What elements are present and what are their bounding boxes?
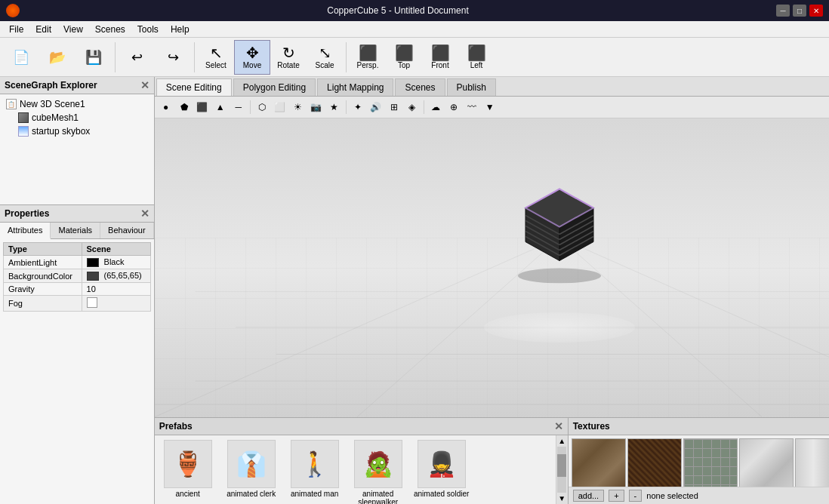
ambient-color-swatch[interactable] bbox=[87, 258, 99, 267]
vp-btn-terrain[interactable]: ⬡ bbox=[254, 99, 270, 115]
vp-btn-water[interactable]: 〰 bbox=[464, 99, 480, 115]
new-button[interactable]: 📄 bbox=[3, 40, 39, 75]
vp-btn-model[interactable]: ⊕ bbox=[445, 99, 462, 115]
rotate-label: Rotate bbox=[277, 61, 299, 69]
prefab-sleepwalker-label: animated sleepwalker bbox=[350, 490, 407, 504]
left-label: Left bbox=[470, 61, 483, 69]
redo-button[interactable]: ↪ bbox=[155, 40, 191, 75]
top-view-button[interactable]: ⬛ Top bbox=[386, 40, 422, 75]
vp-btn-plane[interactable]: ─ bbox=[230, 99, 247, 115]
textures-grid bbox=[569, 435, 829, 487]
maximize-button[interactable]: □ bbox=[793, 5, 806, 17]
view-toolbar-group: ⬛ Persp. ⬛ Top ⬛ Front ⬛ Left bbox=[350, 40, 495, 75]
undo-button[interactable]: ↩ bbox=[119, 40, 155, 75]
tab-light-mapping[interactable]: Light Mapping bbox=[317, 78, 393, 96]
scene-cube[interactable] bbox=[507, 178, 612, 286]
prefabs-scroll-down[interactable]: ▼ bbox=[556, 493, 567, 504]
menu-file[interactable]: File bbox=[3, 23, 29, 36]
title-bar: CopperCube 5 - Untitled Document ─ □ ✕ bbox=[0, 0, 829, 21]
vp-btn-more[interactable]: ▼ bbox=[482, 99, 498, 115]
col-scene: Scene bbox=[82, 243, 150, 256]
vp-btn-light[interactable]: ☀ bbox=[290, 99, 307, 115]
vp-btn-cone[interactable]: ▲ bbox=[212, 99, 229, 115]
textures-title: Textures bbox=[573, 421, 610, 432]
texture-3[interactable] bbox=[739, 438, 794, 487]
vp-btn-overlay[interactable]: ◈ bbox=[404, 99, 421, 115]
vp-btn-skybox[interactable]: ☁ bbox=[427, 99, 444, 115]
textures-minus-button[interactable]: - bbox=[629, 490, 643, 502]
vp-btn-camera[interactable]: 📷 bbox=[308, 99, 325, 115]
texture-2[interactable] bbox=[683, 438, 738, 487]
textures-plus-button[interactable]: + bbox=[609, 490, 624, 502]
vp-btn-trigger[interactable]: ⊞ bbox=[386, 99, 402, 115]
vp-btn-diamond[interactable]: ⬟ bbox=[176, 99, 193, 115]
scene-graph-close-button[interactable]: ✕ bbox=[140, 79, 149, 91]
toolbar-sep-2 bbox=[194, 42, 195, 72]
tree-item-skybox[interactable]: startup skybox bbox=[3, 124, 151, 138]
menu-bar: FileEditViewScenesToolsHelp bbox=[0, 21, 829, 38]
persp-label: Persp. bbox=[357, 61, 379, 69]
tree-item-scene[interactable]: 📋 New 3D Scene1 bbox=[3, 97, 151, 111]
scene-tree: 📋 New 3D Scene1 cubeMesh1 startup skybox bbox=[0, 94, 154, 141]
properties-header: Properties ✕ bbox=[0, 205, 154, 223]
prop-value-bgcolor: (65,65,65) bbox=[82, 269, 150, 283]
persp-view-button[interactable]: ⬛ Persp. bbox=[350, 40, 386, 75]
tab-materials[interactable]: Materials bbox=[51, 223, 100, 238]
tab-attributes[interactable]: Attributes bbox=[0, 223, 51, 239]
prop-value-fog bbox=[82, 296, 150, 312]
tab-scenes[interactable]: Scenes bbox=[395, 78, 445, 96]
properties-table: Type Scene AmbientLight Black bbox=[3, 242, 151, 312]
scene-doc-icon: 📋 bbox=[6, 99, 17, 109]
tab-publish[interactable]: Publish bbox=[447, 78, 496, 96]
fog-checkbox[interactable] bbox=[87, 297, 97, 308]
prefabs-scroll-thumb[interactable] bbox=[557, 454, 566, 477]
prefabs-scroll-up[interactable]: ▲ bbox=[556, 435, 567, 447]
tab-polygon-editing[interactable]: Polygon Editing bbox=[233, 78, 316, 96]
vp-btn-waypoint[interactable]: ★ bbox=[326, 99, 343, 115]
rotate-tool-button[interactable]: ↻ Rotate bbox=[270, 40, 307, 75]
properties-close-button[interactable]: ✕ bbox=[140, 207, 149, 220]
skybox-icon bbox=[18, 126, 29, 137]
texture-1[interactable] bbox=[627, 438, 682, 487]
close-button[interactable]: ✕ bbox=[809, 5, 823, 17]
tab-behaviour[interactable]: Behaviour bbox=[100, 223, 154, 238]
save-button[interactable]: 💾 bbox=[76, 40, 112, 75]
textures-add-button[interactable]: add... bbox=[573, 490, 605, 502]
prop-value-gravity[interactable]: 10 bbox=[82, 283, 150, 296]
menu-tools[interactable]: Tools bbox=[131, 23, 165, 36]
prefabs-scroll-track[interactable] bbox=[557, 447, 566, 493]
prefabs-close-button[interactable]: ✕ bbox=[554, 420, 563, 432]
prefab-ancient[interactable]: 🏺 ancient bbox=[158, 438, 218, 499]
menu-edit[interactable]: Edit bbox=[29, 23, 57, 36]
bgcolor-color-swatch[interactable] bbox=[87, 272, 99, 281]
menu-help[interactable]: Help bbox=[165, 23, 196, 36]
menu-scenes[interactable]: Scenes bbox=[89, 23, 131, 36]
prefab-man[interactable]: 🚶 animated man bbox=[285, 438, 345, 499]
tree-item-scene-label: New 3D Scene1 bbox=[20, 99, 85, 109]
tree-item-cube[interactable]: cubeMesh1 bbox=[3, 111, 151, 124]
front-view-button[interactable]: ⬛ Front bbox=[422, 40, 458, 75]
vp-btn-cube[interactable]: ⬛ bbox=[194, 99, 211, 115]
vp-btn-particle[interactable]: ✦ bbox=[350, 99, 366, 115]
prefab-soldier[interactable]: 💂 animated soldier bbox=[411, 438, 472, 499]
vp-btn-sound[interactable]: 🔊 bbox=[368, 99, 384, 115]
scene-area[interactable] bbox=[155, 118, 829, 417]
texture-4[interactable] bbox=[795, 438, 829, 487]
prefab-clerk[interactable]: 👔 animated clerk bbox=[221, 438, 282, 499]
prop-row-fog: Fog bbox=[4, 296, 151, 312]
cube-svg bbox=[507, 178, 612, 284]
vp-btn-billboard[interactable]: ⬜ bbox=[272, 99, 288, 115]
bottom-panels: Prefabs ✕ 🏺 ancient 👔 animated clerk bbox=[155, 417, 829, 504]
tab-scene-editing[interactable]: Scene Editing bbox=[156, 78, 232, 96]
ambient-value: Black bbox=[104, 257, 125, 266]
select-tool-button[interactable]: ↖ Select bbox=[198, 40, 234, 75]
menu-view[interactable]: View bbox=[57, 23, 89, 36]
texture-0[interactable] bbox=[572, 438, 626, 487]
minimize-button[interactable]: ─ bbox=[776, 5, 790, 17]
vp-btn-sphere[interactable]: ● bbox=[158, 99, 174, 115]
move-tool-button[interactable]: ✥ Move bbox=[234, 40, 270, 75]
prefab-sleepwalker[interactable]: 🧟 animated sleepwalker bbox=[348, 438, 408, 504]
open-button[interactable]: 📂 bbox=[39, 40, 76, 75]
scale-tool-button[interactable]: ⤡ Scale bbox=[307, 40, 343, 75]
left-view-button[interactable]: ⬛ Left bbox=[458, 40, 495, 75]
